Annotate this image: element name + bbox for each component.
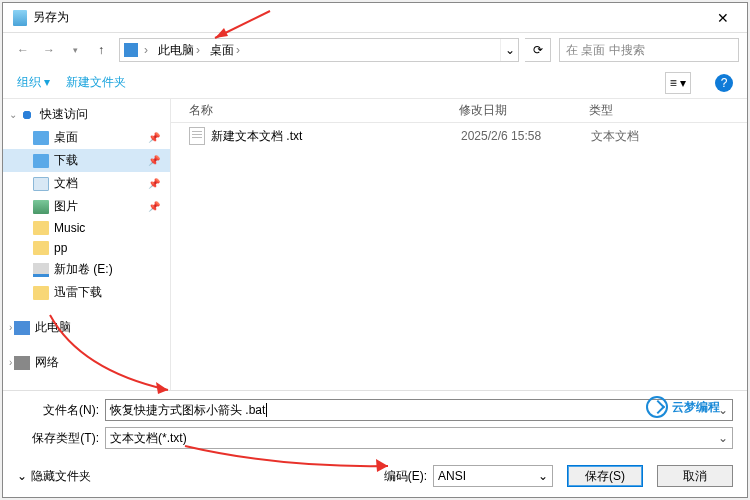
folder-icon xyxy=(33,177,49,191)
sidebar-item[interactable]: 桌面📌 xyxy=(3,126,170,149)
sidebar-item[interactable]: 迅雷下载 xyxy=(3,281,170,304)
help-button[interactable]: ? xyxy=(715,74,733,92)
folder-icon xyxy=(33,200,49,214)
crumb-folder[interactable]: 桌面 xyxy=(210,42,234,59)
toolbar: 组织 ▾ 新建文件夹 ≡ ▾ ? xyxy=(3,67,747,99)
refresh-button[interactable]: ⟳ xyxy=(525,38,551,62)
sidebar-item[interactable]: pp xyxy=(3,238,170,258)
column-headers: 名称 修改日期 类型 xyxy=(171,99,747,123)
folder-icon xyxy=(33,154,49,168)
col-modified[interactable]: 修改日期 xyxy=(459,102,589,119)
folder-icon xyxy=(33,131,49,145)
app-icon xyxy=(13,10,27,26)
encoding-select[interactable]: ANSI⌄ xyxy=(433,465,553,487)
up-button[interactable]: ↑ xyxy=(89,38,113,62)
folder-icon xyxy=(33,241,49,255)
this-pc-header[interactable]: › 此电脑 xyxy=(3,316,170,339)
sidebar-item[interactable]: 文档📌 xyxy=(3,172,170,195)
col-type[interactable]: 类型 xyxy=(589,102,613,119)
encoding-label: 编码(E): xyxy=(384,468,427,485)
sidebar: ⌄ 快速访问 桌面📌下载📌文档📌图片📌Musicpp新加卷 (E:)迅雷下载 ›… xyxy=(3,99,171,390)
view-button[interactable]: ≡ ▾ xyxy=(665,72,691,94)
cancel-button[interactable]: 取消 xyxy=(657,465,733,487)
filetype-label: 保存类型(T): xyxy=(17,430,105,447)
search-input[interactable]: 在 桌面 中搜索 xyxy=(559,38,739,62)
window-title: 另存为 xyxy=(33,9,703,26)
save-as-dialog: 另存为 ✕ ← → ▾ ↑ › 此电脑› 桌面› ⌄ ⟳ 在 桌面 中搜索 组织… xyxy=(2,2,748,498)
folder-icon xyxy=(33,221,49,235)
bottom-panel: 文件名(N): 恢复快捷方式图标小箭头 .bat ⌄ 保存类型(T): 文本文档… xyxy=(3,390,747,497)
organize-menu[interactable]: 组织 ▾ xyxy=(17,74,50,91)
sidebar-item[interactable]: 下载📌 xyxy=(3,149,170,172)
nav-row: ← → ▾ ↑ › 此电脑› 桌面› ⌄ ⟳ 在 桌面 中搜索 xyxy=(3,33,747,67)
back-button[interactable]: ← xyxy=(11,38,35,62)
txt-file-icon xyxy=(189,127,205,145)
network-icon xyxy=(14,356,30,370)
filename-input[interactable]: 恢复快捷方式图标小箭头 .bat ⌄ xyxy=(105,399,733,421)
crumb-root[interactable]: 此电脑 xyxy=(158,42,194,59)
new-folder-button[interactable]: 新建文件夹 xyxy=(66,74,126,91)
file-row[interactable]: 新建文本文档 .txt2025/2/6 15:58文本文档 xyxy=(171,123,747,149)
pin-icon: 📌 xyxy=(148,201,160,212)
forward-button[interactable]: → xyxy=(37,38,61,62)
folder-icon xyxy=(33,286,49,300)
sidebar-item[interactable]: 图片📌 xyxy=(3,195,170,218)
hide-folders-toggle[interactable]: ⌄ 隐藏文件夹 xyxy=(17,468,91,485)
sidebar-item[interactable]: 新加卷 (E:) xyxy=(3,258,170,281)
address-dropdown[interactable]: ⌄ xyxy=(500,39,518,61)
titlebar: 另存为 ✕ xyxy=(3,3,747,33)
network-header[interactable]: › 网络 xyxy=(3,351,170,374)
recent-button[interactable]: ▾ xyxy=(63,38,87,62)
chevron-down-icon: ⌄ xyxy=(17,469,27,483)
save-button[interactable]: 保存(S) xyxy=(567,465,643,487)
quick-access-header[interactable]: ⌄ 快速访问 xyxy=(3,103,170,126)
pc-icon xyxy=(124,43,138,57)
sidebar-item[interactable]: Music xyxy=(3,218,170,238)
folder-icon xyxy=(33,263,49,277)
star-icon xyxy=(19,108,35,122)
pin-icon: 📌 xyxy=(148,155,160,166)
filetype-select[interactable]: 文本文档(*.txt) ⌄ xyxy=(105,427,733,449)
close-button[interactable]: ✕ xyxy=(703,4,743,32)
col-name[interactable]: 名称 xyxy=(189,102,459,119)
pin-icon: 📌 xyxy=(148,132,160,143)
file-pane: 名称 修改日期 类型 新建文本文档 .txt2025/2/6 15:58文本文档 xyxy=(171,99,747,390)
pc-icon xyxy=(14,321,30,335)
pin-icon: 📌 xyxy=(148,178,160,189)
address-bar[interactable]: › 此电脑› 桌面› ⌄ xyxy=(119,38,519,62)
filename-label: 文件名(N): xyxy=(17,402,105,419)
